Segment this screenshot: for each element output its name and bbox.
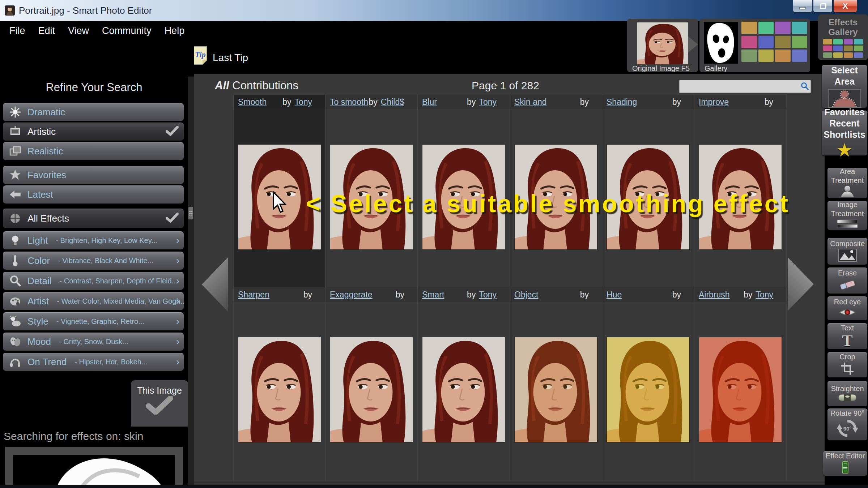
effect-name-link[interactable]: Skin and: [514, 97, 547, 107]
effect-color-swatch[interactable]: [775, 22, 791, 34]
favorites-shortlists-button[interactable]: FavoritesRecentShortlists★: [822, 111, 867, 155]
sidebar-item-all-effects[interactable]: All Effects: [3, 209, 184, 228]
effect-color-swatch[interactable]: [741, 36, 757, 48]
sidebar-item-favorites[interactable]: Favorites: [3, 166, 184, 184]
effect-cell-exaggerate[interactable]: Exaggerateby: [326, 287, 418, 444]
effect-color-swatch[interactable]: [854, 46, 863, 51]
gallery-panel[interactable]: Gallery: [699, 19, 810, 72]
sidebar-item-light[interactable]: Light- Brighten, High Key, Low Key...›: [3, 231, 184, 249]
effect-cell-hue[interactable]: Hueby: [602, 287, 694, 444]
effect-name-link[interactable]: Exaggerate: [330, 290, 373, 300]
effects-gallery-panel[interactable]: Effects Gallery: [818, 14, 868, 60]
effect-cell-smart[interactable]: SmartbyTony: [418, 287, 510, 444]
straighten-button[interactable]: Straighten: [827, 381, 867, 406]
chevron-right-icon[interactable]: ›: [176, 356, 179, 368]
effect-thumbnail[interactable]: [422, 337, 505, 442]
red-eye-button[interactable]: Red eye: [827, 296, 867, 320]
effect-name-link[interactable]: Object: [514, 290, 538, 300]
effect-color-swatch[interactable]: [792, 50, 808, 62]
chevron-right-icon[interactable]: ›: [176, 316, 179, 327]
sidebar-item-mood[interactable]: Mood- Gritty, Snow, Dusk...›: [3, 333, 184, 351]
last-tip-icon[interactable]: Tip: [192, 46, 208, 67]
search-icon[interactable]: [800, 82, 809, 92]
effect-color-swatch[interactable]: [823, 46, 832, 51]
composite-button[interactable]: Composite: [827, 238, 867, 265]
gallery-mask-thumbnail[interactable]: [704, 22, 738, 64]
effect-color-swatch[interactable]: [844, 52, 853, 58]
sidebar-item-dramatic[interactable]: Dramatic: [3, 103, 184, 121]
effect-name-link[interactable]: Improve: [699, 97, 729, 107]
effect-editor-button[interactable]: Effect Editor: [823, 451, 867, 476]
effect-thumbnail[interactable]: [607, 337, 689, 442]
effect-color-swatch[interactable]: [741, 50, 757, 62]
effect-color-swatch[interactable]: [741, 22, 757, 34]
effect-color-swatch[interactable]: [844, 46, 853, 51]
select-area-button[interactable]: SelectArea: [822, 65, 867, 108]
effect-name-link[interactable]: Blur: [422, 97, 437, 107]
sidebar-item-artist[interactable]: Artist- Water Color, Mixed Media, Van Go…: [3, 292, 184, 310]
chevron-right-icon[interactable]: ›: [176, 235, 179, 246]
effect-name-link[interactable]: To smooth: [330, 97, 368, 107]
effect-name-link[interactable]: Shading: [607, 97, 637, 107]
search-input[interactable]: [681, 81, 798, 91]
next-page-arrow[interactable]: [788, 257, 814, 311]
effect-color-swatch[interactable]: [833, 52, 842, 58]
effect-thumbnail[interactable]: [515, 337, 597, 442]
menu-help[interactable]: Help: [165, 25, 185, 37]
effect-thumbnail[interactable]: [330, 337, 413, 442]
effect-color-swatch[interactable]: [775, 50, 791, 62]
rotate-90-button[interactable]: Rotate 90°90°: [827, 408, 867, 440]
effect-color-swatch[interactable]: [758, 50, 774, 62]
menu-file[interactable]: File: [9, 25, 25, 37]
sidebar-item-on-trend[interactable]: On Trend- Hipster, Hdr, Bokeh...›: [3, 353, 184, 371]
effect-author-link[interactable]: Tony: [756, 290, 773, 300]
sidebar-item-realistic[interactable]: Realistic: [3, 142, 184, 160]
image-treatment-button[interactable]: ImageTreatment: [827, 201, 867, 230]
text-button[interactable]: TextT: [827, 323, 867, 349]
area-treatment-button[interactable]: AreaTreatment: [827, 168, 867, 198]
effect-author-link[interactable]: Child$: [381, 97, 404, 107]
effect-author-link[interactable]: Tony: [479, 97, 497, 107]
close-button[interactable]: X: [833, 0, 857, 13]
sidebar-item-color[interactable]: Color- Vibrance, Black And White...›: [3, 252, 184, 270]
effect-color-swatch[interactable]: [854, 52, 863, 58]
menu-community[interactable]: Community: [102, 25, 152, 37]
effect-cell-sharpen[interactable]: Sharpenby: [233, 287, 326, 444]
effect-color-swatch[interactable]: [833, 46, 842, 51]
chevron-right-icon[interactable]: ›: [176, 275, 179, 287]
chevron-right-icon[interactable]: ›: [176, 295, 179, 307]
sidebar-item-latest[interactable]: Latest: [3, 185, 184, 204]
sidebar-item-detail[interactable]: Detail- Contrast, Sharpen, Depth of Fiel…: [3, 272, 184, 290]
effect-name-link[interactable]: Sharpen: [238, 290, 269, 300]
effect-color-swatch[interactable]: [758, 22, 774, 34]
minimize-button[interactable]: [793, 0, 812, 13]
effect-search-box[interactable]: [679, 80, 811, 93]
effect-color-swatch[interactable]: [854, 39, 863, 44]
sidebar-item-artistic[interactable]: Artistic: [3, 123, 184, 141]
effect-author-link[interactable]: Tony: [479, 290, 497, 300]
effect-thumbnail[interactable]: [238, 337, 321, 442]
effect-color-swatch[interactable]: [833, 39, 842, 44]
this-image-tab[interactable]: This Image: [131, 380, 188, 427]
effect-name-link[interactable]: Smooth: [238, 97, 267, 107]
effect-color-swatch[interactable]: [823, 52, 832, 58]
last-tip-button[interactable]: Last Tip: [213, 52, 248, 64]
sidebar-scrollbar-thumb[interactable]: [188, 207, 193, 219]
effect-color-swatch[interactable]: [844, 39, 853, 44]
previous-page-arrow[interactable]: [202, 257, 228, 312]
effect-color-swatch[interactable]: [775, 36, 791, 48]
effect-thumbnail[interactable]: [699, 337, 782, 442]
menu-view[interactable]: View: [68, 25, 89, 37]
chevron-right-icon[interactable]: ›: [176, 336, 179, 347]
menu-edit[interactable]: Edit: [38, 25, 55, 37]
sidebar-item-style[interactable]: Style- Vignette, Graphic, Retro...›: [3, 312, 184, 330]
effect-color-swatch[interactable]: [758, 36, 774, 48]
effect-author-link[interactable]: Tony: [294, 97, 312, 107]
effect-name-link[interactable]: Hue: [607, 290, 622, 300]
chevron-right-icon[interactable]: ›: [176, 255, 179, 266]
effect-cell-object[interactable]: Objectby: [510, 287, 602, 444]
effect-name-link[interactable]: Airbrush: [699, 290, 730, 300]
erase-button[interactable]: Erase: [827, 267, 867, 294]
restore-button[interactable]: [813, 0, 833, 13]
effect-name-link[interactable]: Smart: [422, 290, 444, 300]
